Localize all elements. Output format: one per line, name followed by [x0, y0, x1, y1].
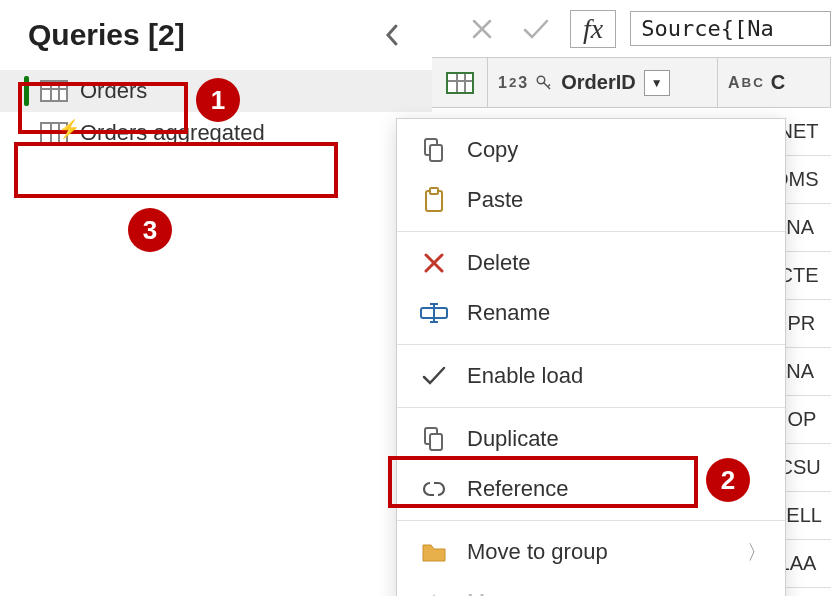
table-icon: [446, 72, 474, 94]
rename-icon: [419, 298, 449, 328]
delete-icon: [419, 248, 449, 278]
annotation-badge-2: 2: [706, 458, 750, 502]
menu-separator: [397, 520, 785, 521]
svg-rect-2: [430, 145, 442, 161]
move-up-icon: [419, 587, 449, 596]
queries-header: Queries [2]: [0, 0, 432, 70]
menu-delete[interactable]: Delete: [397, 238, 785, 288]
numeric-type-icon: 123: [498, 74, 527, 92]
lightning-icon: ⚡: [58, 118, 80, 140]
menu-separator: [397, 231, 785, 232]
menu-label: Copy: [467, 137, 518, 163]
menu-label: Enable load: [467, 363, 583, 389]
key-icon: [535, 74, 553, 92]
column-filter-button[interactable]: ▼: [644, 70, 670, 96]
menu-label: Move up: [467, 589, 551, 596]
menu-move-to-group[interactable]: Move to group 〉: [397, 527, 785, 577]
svg-rect-7: [430, 434, 442, 450]
query-label: Orders: [80, 78, 147, 104]
menu-separator: [397, 407, 785, 408]
chevron-right-icon: 〉: [747, 539, 767, 566]
menu-label: Duplicate: [467, 426, 559, 452]
query-label: Orders aggregated: [80, 120, 265, 146]
formula-input[interactable]: Source{[Na: [630, 11, 831, 46]
table-corner-button[interactable]: [432, 58, 488, 107]
menu-enable-load[interactable]: Enable load: [397, 351, 785, 401]
menu-separator: [397, 344, 785, 345]
fx-button[interactable]: fx: [570, 10, 616, 48]
menu-label: Reference: [467, 476, 569, 502]
folder-icon: [419, 537, 449, 567]
paste-icon: [419, 185, 449, 215]
column-headers: 123 OrderID ▼ ABC C: [432, 58, 831, 108]
annotation-badge-1: 1: [196, 78, 240, 122]
collapse-panel-button[interactable]: [384, 23, 400, 47]
menu-paste[interactable]: Paste: [397, 175, 785, 225]
column-header-orderid[interactable]: 123 OrderID ▼: [488, 58, 718, 107]
queries-title: Queries [2]: [28, 18, 185, 52]
cancel-formula-button[interactable]: [462, 9, 502, 49]
menu-move-up[interactable]: Move up: [397, 577, 785, 596]
menu-label: Move to group: [467, 539, 608, 565]
column-name: C: [771, 71, 785, 94]
reference-icon: [419, 474, 449, 504]
duplicate-icon: [419, 424, 449, 454]
context-menu: Copy Paste Delete Rename Enable load Dup…: [396, 118, 786, 596]
menu-label: Rename: [467, 300, 550, 326]
commit-formula-button[interactable]: [516, 9, 556, 49]
menu-rename[interactable]: Rename: [397, 288, 785, 338]
column-name: OrderID: [561, 71, 635, 94]
table-icon: [40, 80, 68, 102]
formula-bar: fx Source{[Na: [432, 0, 831, 58]
check-icon: [419, 361, 449, 391]
menu-label: Delete: [467, 250, 531, 276]
menu-label: Paste: [467, 187, 523, 213]
menu-duplicate[interactable]: Duplicate: [397, 414, 785, 464]
text-type-icon: ABC: [728, 74, 763, 92]
menu-copy[interactable]: Copy: [397, 125, 785, 175]
copy-icon: [419, 135, 449, 165]
annotation-badge-3: 3: [128, 208, 172, 252]
column-header-c[interactable]: ABC C: [718, 58, 831, 107]
svg-rect-4: [430, 188, 438, 194]
